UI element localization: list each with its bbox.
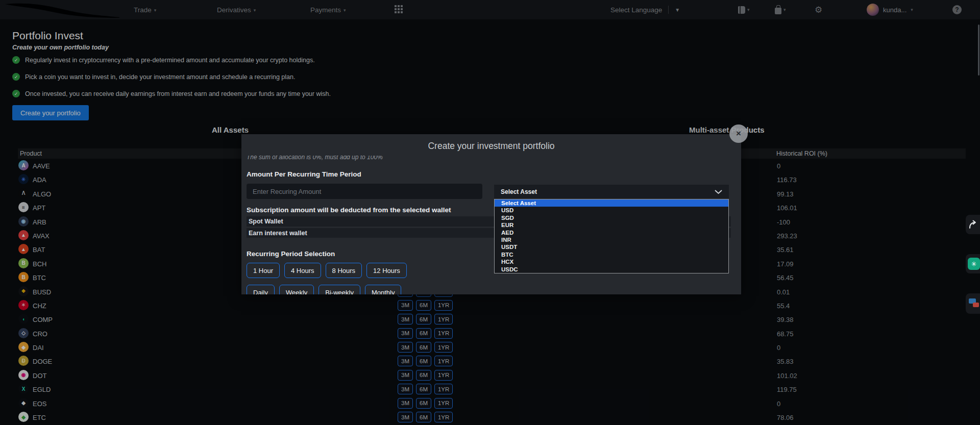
period-daily-button[interactable]: Daily <box>247 285 275 294</box>
asset-option-eur[interactable]: EUR <box>495 221 728 229</box>
asset-option-usdt[interactable]: USDT <box>495 243 728 251</box>
asset-option-aed[interactable]: AED <box>495 229 728 236</box>
period-1-hour-button[interactable]: 1 Hour <box>247 263 280 278</box>
modal-header: Create your investment portfolio <box>241 134 741 155</box>
period-8-hours-button[interactable]: 8 Hours <box>326 263 362 278</box>
chevron-down-icon <box>715 190 722 194</box>
asset-option-usd[interactable]: USD <box>495 207 728 214</box>
allocation-note: The sum of allocation is 0%, must add up… <box>247 156 383 162</box>
period-12-hours-button[interactable]: 12 Hours <box>366 263 407 278</box>
modal-title: Create your investment portfolio <box>241 141 741 152</box>
asset-option-btc[interactable]: BTC <box>495 251 728 258</box>
period-weekly-button[interactable]: Weekly <box>279 285 314 294</box>
modal-close-button[interactable]: × <box>729 124 748 143</box>
period-row-days: DailyWeeklyBi-weeklyMonthly <box>247 285 401 294</box>
chat-bubbles-icon <box>968 297 980 310</box>
scrollbar-thumb[interactable] <box>978 24 979 76</box>
asset-option-select-asset[interactable]: Select Asset <box>495 199 728 207</box>
chat-float-button[interactable] <box>966 293 980 314</box>
asset-select[interactable]: Select Asset <box>494 185 729 198</box>
create-portfolio-modal: Create your investment portfolio The sum… <box>241 134 741 294</box>
asset-option-usdc[interactable]: USDC <box>495 266 728 273</box>
period-monthly-button[interactable]: Monthly <box>365 285 402 294</box>
asset-select-value: Select Asset <box>501 188 537 195</box>
assistant-float-button[interactable]: ✳ <box>966 254 980 273</box>
portfolio-invest-page: Trade▾Derivatives▾Payments▾ Select Langu… <box>0 0 980 425</box>
asset-option-inr[interactable]: INR <box>495 236 728 243</box>
wallet-note: Subscription amount will be deducted fro… <box>247 206 451 214</box>
share-float-button[interactable] <box>966 215 980 234</box>
amount-label: Amount Per Recurring Time Period <box>247 170 361 178</box>
share-arrow-icon <box>968 220 978 229</box>
period-bi-weekly-button[interactable]: Bi-weekly <box>318 285 360 294</box>
recurring-period-label: Recurring Period Selection <box>247 250 335 258</box>
asset-dropdown-list: Select AssetUSDSGDEURAEDINRUSDTBTCHCXUSD… <box>494 199 729 273</box>
asset-option-hcx[interactable]: HCX <box>495 258 728 265</box>
period-row-hours: 1 Hour4 Hours8 Hours12 Hours <box>247 263 407 278</box>
recurring-amount-input[interactable] <box>247 184 482 199</box>
period-4-hours-button[interactable]: 4 Hours <box>284 263 321 278</box>
asset-option-sgd[interactable]: SGD <box>495 214 728 221</box>
assistant-logo-icon: ✳ <box>968 258 980 270</box>
